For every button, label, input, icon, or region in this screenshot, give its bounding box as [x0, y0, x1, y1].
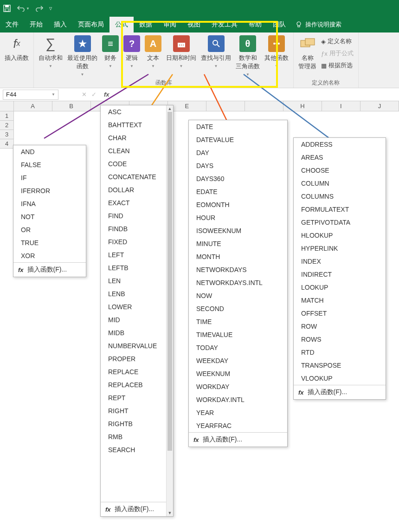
- menu-item-second[interactable]: SECOND: [189, 302, 287, 315]
- insert-function-footer[interactable]: fx 插入函数(F)...: [13, 262, 86, 277]
- tab-home[interactable]: 开始: [24, 17, 48, 32]
- math-button[interactable]: θ 数学和 三角函数 ▼: [234, 34, 262, 78]
- menu-item-not[interactable]: NOT: [13, 210, 86, 223]
- menu-item-address[interactable]: ADDRESS: [294, 138, 386, 151]
- menu-item-leftb[interactable]: LEFTB: [101, 261, 166, 274]
- menu-item-formulatext[interactable]: FORMULATEXT: [294, 203, 386, 216]
- insert-function-footer[interactable]: fx 插入函数(F)...: [101, 502, 166, 516]
- menu-item-iferror[interactable]: IFERROR: [13, 184, 86, 197]
- menu-item-and[interactable]: AND: [13, 145, 86, 158]
- col-header[interactable]: [206, 101, 245, 111]
- row-header[interactable]: 3: [0, 130, 14, 139]
- menu-item-numbervalue[interactable]: NUMBERVALUE: [101, 339, 166, 352]
- menu-item-rmb[interactable]: RMB: [101, 430, 166, 443]
- menu-item-minute[interactable]: MINUTE: [189, 237, 287, 250]
- menu-item-lower[interactable]: LOWER: [101, 300, 166, 313]
- menu-item-index[interactable]: INDEX: [294, 255, 386, 268]
- scrollbar-thumb[interactable]: [167, 112, 172, 451]
- menu-item-networkdays-intl[interactable]: NETWORKDAYS.INTL: [189, 276, 287, 289]
- menu-item-code[interactable]: CODE: [101, 157, 166, 170]
- menu-item-areas[interactable]: AREAS: [294, 151, 386, 164]
- menu-item-workday[interactable]: WORKDAY: [189, 380, 287, 393]
- menu-item-rows[interactable]: ROWS: [294, 333, 386, 346]
- menu-item-left[interactable]: LEFT: [101, 248, 166, 261]
- insert-function-button[interactable]: fx 插入函数: [3, 34, 31, 63]
- col-header[interactable]: B: [52, 101, 91, 111]
- menu-item-asc[interactable]: ASC: [101, 105, 166, 118]
- menu-item-hour[interactable]: HOUR: [189, 211, 287, 224]
- tab-layout[interactable]: 页面布局: [72, 17, 109, 32]
- use-formula-button[interactable]: ƒx用于公式: [319, 48, 355, 58]
- menu-item-month[interactable]: MONTH: [189, 250, 287, 263]
- tab-formulas[interactable]: 公式: [109, 17, 134, 32]
- menu-item-days360[interactable]: DAYS360: [189, 172, 287, 185]
- qat-customize[interactable]: ▽: [49, 6, 52, 11]
- create-from-button[interactable]: ▦根据所选: [319, 60, 355, 71]
- menu-item-lookup[interactable]: LOOKUP: [294, 281, 386, 294]
- menu-item-weeknum[interactable]: WEEKNUM: [189, 367, 287, 380]
- menu-item-proper[interactable]: PROPER: [101, 352, 166, 365]
- menu-item-edate[interactable]: EDATE: [189, 185, 287, 198]
- col-header[interactable]: I: [322, 101, 360, 111]
- menu-item-choose[interactable]: CHOOSE: [294, 164, 386, 177]
- datetime-button[interactable]: 日期和时间 ▼: [164, 34, 198, 78]
- text-button[interactable]: A 文本 ▼: [143, 34, 163, 78]
- logical-button[interactable]: ? 逻辑 ▼: [122, 34, 142, 78]
- col-header[interactable]: J: [360, 101, 399, 111]
- col-header[interactable]: H: [283, 101, 322, 111]
- menu-item-isoweeknum[interactable]: ISOWEEKNUM: [189, 224, 287, 237]
- insert-function-footer[interactable]: fx 插入函数(F)...: [189, 432, 287, 447]
- menu-item-len[interactable]: LEN: [101, 274, 166, 287]
- menu-item-false[interactable]: FALSE: [13, 158, 86, 171]
- col-header[interactable]: [245, 101, 283, 111]
- name-box[interactable]: F44 ▼: [3, 90, 58, 100]
- tab-review[interactable]: 审阅: [158, 17, 182, 32]
- menu-item-timevalue[interactable]: TIMEVALUE: [189, 328, 287, 341]
- select-all-corner[interactable]: [0, 101, 14, 111]
- menu-item-search[interactable]: SEARCH: [101, 443, 166, 456]
- accept-icon[interactable]: ✓: [91, 91, 97, 98]
- tab-developer[interactable]: 开发工具: [206, 17, 243, 32]
- menu-item-concatenate[interactable]: CONCATENATE: [101, 170, 166, 183]
- menu-item-vlookup[interactable]: VLOOKUP: [294, 372, 386, 385]
- menu-item-column[interactable]: COLUMN: [294, 177, 386, 190]
- cancel-icon[interactable]: ✕: [82, 91, 87, 98]
- menu-item-year[interactable]: YEAR: [189, 406, 287, 419]
- menu-item-right[interactable]: RIGHT: [101, 404, 166, 417]
- row-header[interactable]: 2: [0, 121, 14, 130]
- menu-item-replace[interactable]: REPLACE: [101, 365, 166, 378]
- menu-item-offset[interactable]: OFFSET: [294, 307, 386, 320]
- menu-item-today[interactable]: TODAY: [189, 341, 287, 354]
- scroll-up-icon[interactable]: ▲: [167, 105, 173, 112]
- menu-item-time[interactable]: TIME: [189, 315, 287, 328]
- insert-function-footer[interactable]: fx 插入函数(F)...: [294, 385, 386, 399]
- tab-insert[interactable]: 插入: [48, 17, 72, 32]
- menu-item-transpose[interactable]: TRANSPOSE: [294, 359, 386, 372]
- menu-item-dollar[interactable]: DOLLAR: [101, 183, 166, 196]
- more-fn-button[interactable]: ••• 其他函数 ▼: [263, 34, 290, 78]
- scroll-down-icon[interactable]: ▼: [167, 510, 173, 516]
- menu-item-char[interactable]: CHAR: [101, 131, 166, 144]
- menu-item-lenb[interactable]: LENB: [101, 287, 166, 300]
- menu-item-true[interactable]: TRUE: [13, 236, 86, 249]
- menu-item-columns[interactable]: COLUMNS: [294, 190, 386, 203]
- menu-item-datevalue[interactable]: DATEVALUE: [189, 133, 287, 146]
- menu-item-rightb[interactable]: RIGHTB: [101, 417, 166, 430]
- menu-item-day[interactable]: DAY: [189, 146, 287, 159]
- autosum-button[interactable]: ∑ 自动求和 ▼: [37, 34, 64, 78]
- menu-item-getpivotdata[interactable]: GETPIVOTDATA: [294, 216, 386, 229]
- menu-item-mid[interactable]: MID: [101, 313, 166, 326]
- menu-item-exact[interactable]: EXACT: [101, 196, 166, 209]
- tell-me-search[interactable]: 操作说明搜索: [295, 20, 341, 29]
- name-manager-button[interactable]: 名称 管理器: [296, 34, 318, 78]
- menu-item-fixed[interactable]: FIXED: [101, 235, 166, 248]
- menu-item-findb[interactable]: FINDB: [101, 222, 166, 235]
- financial-button[interactable]: ≡ 财务 ▼: [100, 34, 121, 78]
- undo-button[interactable]: ▼: [17, 4, 30, 13]
- menu-item-or[interactable]: OR: [13, 223, 86, 236]
- redo-button[interactable]: [35, 4, 44, 13]
- col-header[interactable]: E: [168, 101, 206, 111]
- tab-file[interactable]: 文件: [0, 17, 24, 32]
- menu-item-midb[interactable]: MIDB: [101, 326, 166, 339]
- menu-item-networkdays[interactable]: NETWORKDAYS: [189, 263, 287, 276]
